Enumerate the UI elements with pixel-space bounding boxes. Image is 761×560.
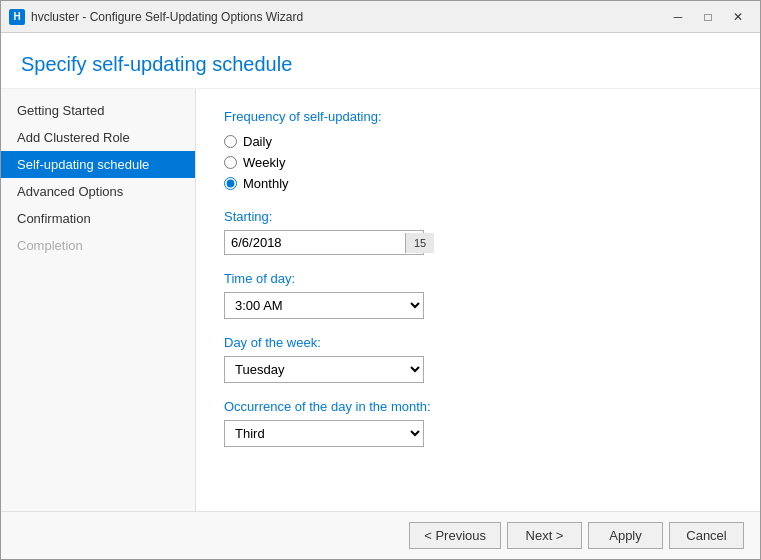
main-window: H hvcluster - Configure Self-Updating Op… [0, 0, 761, 560]
sidebar-item-getting-started[interactable]: Getting Started [1, 97, 195, 124]
radio-daily-input[interactable] [224, 135, 237, 148]
occurrence-field-group: Occurrence of the day in the month: Thir… [224, 399, 732, 447]
maximize-button[interactable]: □ [694, 7, 722, 27]
app-icon: H [9, 9, 25, 25]
time-select[interactable]: 3:00 AM [224, 292, 424, 319]
occurrence-label: Occurrence of the day in the month: [224, 399, 732, 414]
main-layout: Getting Started Add Clustered Role Self-… [1, 89, 760, 511]
calendar-button[interactable]: 15 [405, 233, 434, 253]
page-title: Specify self-updating schedule [21, 53, 740, 76]
title-bar: H hvcluster - Configure Self-Updating Op… [1, 1, 760, 33]
starting-date-input[interactable] [225, 231, 405, 254]
sidebar-item-completion: Completion [1, 232, 195, 259]
footer: < Previous Next > Apply Cancel [1, 511, 760, 559]
day-label: Day of the week: [224, 335, 732, 350]
page-header: Specify self-updating schedule [1, 33, 760, 89]
next-button[interactable]: Next > [507, 522, 582, 549]
starting-label: Starting: [224, 209, 732, 224]
sidebar-item-advanced-options[interactable]: Advanced Options [1, 178, 195, 205]
frequency-radio-group: Daily Weekly Monthly [224, 134, 732, 191]
frequency-label: Frequency of self-updating: [224, 109, 732, 124]
day-field-group: Day of the week: Tuesday [224, 335, 732, 383]
window-title: hvcluster - Configure Self-Updating Opti… [31, 10, 303, 24]
time-label: Time of day: [224, 271, 732, 286]
radio-weekly-input[interactable] [224, 156, 237, 169]
sidebar-item-add-clustered-role[interactable]: Add Clustered Role [1, 124, 195, 151]
day-select[interactable]: Tuesday [224, 356, 424, 383]
main-content: Frequency of self-updating: Daily Weekly… [196, 89, 760, 511]
title-bar-controls: ─ □ ✕ [664, 7, 752, 27]
occurrence-select[interactable]: Third [224, 420, 424, 447]
title-bar-left: H hvcluster - Configure Self-Updating Op… [9, 9, 303, 25]
starting-field-group: Starting: 15 [224, 209, 732, 255]
previous-button[interactable]: < Previous [409, 522, 501, 549]
time-field-group: Time of day: 3:00 AM [224, 271, 732, 319]
apply-button[interactable]: Apply [588, 522, 663, 549]
close-button[interactable]: ✕ [724, 7, 752, 27]
sidebar-item-self-updating-schedule[interactable]: Self-updating schedule [1, 151, 195, 178]
radio-daily[interactable]: Daily [224, 134, 732, 149]
cancel-button[interactable]: Cancel [669, 522, 744, 549]
sidebar-item-confirmation[interactable]: Confirmation [1, 205, 195, 232]
radio-monthly[interactable]: Monthly [224, 176, 732, 191]
radio-weekly[interactable]: Weekly [224, 155, 732, 170]
radio-monthly-input[interactable] [224, 177, 237, 190]
minimize-button[interactable]: ─ [664, 7, 692, 27]
sidebar: Getting Started Add Clustered Role Self-… [1, 89, 196, 511]
date-input-wrapper: 15 [224, 230, 424, 255]
